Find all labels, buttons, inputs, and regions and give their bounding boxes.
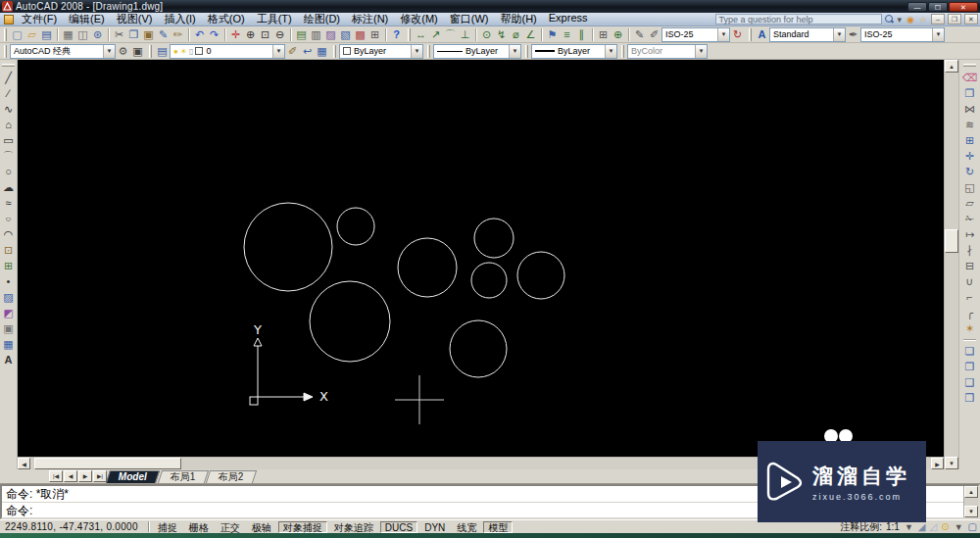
chevron-down-icon[interactable]: ▼ (272, 45, 284, 58)
menu-item[interactable]: 帮助(H) (495, 12, 543, 26)
designcenter-icon[interactable]: ▥ (309, 27, 323, 42)
publish-icon[interactable]: ⊛ (90, 27, 105, 42)
snap-toggle[interactable]: 捕捉 (153, 521, 182, 533)
search-icon[interactable] (885, 15, 894, 24)
layer-on-bulb-icon[interactable] (173, 47, 178, 56)
circle-icon[interactable]: ○ (1, 164, 17, 179)
drawn-circle[interactable] (398, 238, 457, 297)
break-at-point-icon[interactable]: ∤ (962, 242, 978, 258)
chevron-down-icon[interactable]: ▼ (605, 45, 616, 58)
chamfer-icon[interactable]: ⌐ (962, 289, 978, 305)
gradient-icon[interactable]: ◩ (1, 305, 17, 320)
command-scroll-up-icon[interactable]: ▲ (964, 486, 978, 498)
annotation-scale-value[interactable]: 1:1 (886, 521, 900, 532)
table-icon[interactable]: ▦ (1, 336, 17, 352)
drawing-canvas[interactable]: YX (18, 60, 944, 457)
new-icon[interactable]: ▢ (10, 27, 24, 42)
tab-prev-icon[interactable]: ◀ (64, 470, 77, 482)
arc-icon[interactable]: ⌒ (1, 148, 17, 164)
layer-unlock-icon[interactable] (189, 47, 193, 56)
dim-text-edit-icon[interactable]: ✐ (647, 27, 662, 42)
drawn-circle[interactable] (244, 203, 332, 291)
help-search-input[interactable]: Type a question for help (715, 14, 882, 24)
point-icon[interactable]: • (1, 273, 17, 289)
bring-to-front-icon[interactable]: ❏ (962, 343, 978, 359)
drawn-circle[interactable] (474, 219, 514, 258)
favorites-star-icon[interactable] (918, 15, 928, 24)
markup-set-manager-icon[interactable]: ▩ (353, 27, 368, 42)
dim-tolerance-icon[interactable]: ⊞ (596, 27, 611, 42)
clean-screen-icon[interactable] (968, 521, 977, 532)
grid-toggle[interactable]: 栅格 (184, 521, 214, 533)
ellipse-icon[interactable]: ○ (1, 213, 17, 224)
plot-icon[interactable]: ▦ (61, 27, 75, 42)
doc-close-button[interactable]: ✕ (964, 14, 978, 24)
chevron-down-icon[interactable]: ▼ (509, 45, 520, 58)
send-under-objects-icon[interactable]: ❒ (962, 390, 978, 406)
erase-icon[interactable]: ⌫ (962, 70, 978, 85)
dim-update-icon[interactable] (730, 27, 745, 42)
vertical-scrollbar[interactable]: ▲ ▼ (944, 60, 958, 469)
command-scrollbar[interactable]: ▲ ▼ (963, 486, 978, 517)
workspace-settings-icon[interactable] (116, 44, 130, 59)
dim-angular-icon[interactable]: ∠ (523, 27, 538, 42)
chevron-down-icon[interactable]: ▼ (695, 45, 707, 58)
minimize-button[interactable]: — (907, 2, 927, 12)
workspace-select[interactable]: AutoCAD 经典 ▼ (10, 44, 116, 59)
doc-minimize-button[interactable]: – (931, 14, 945, 24)
help-icon[interactable]: ? (389, 27, 404, 42)
menu-item[interactable]: 工具(T) (251, 12, 298, 26)
osnap-toggle[interactable]: 对象捕捉 (278, 521, 327, 533)
save-icon[interactable]: ▤ (39, 27, 54, 42)
drawn-circle[interactable] (450, 320, 507, 377)
scroll-right-icon[interactable]: ▶ (931, 458, 944, 469)
menu-item[interactable]: 修改(M) (394, 12, 444, 26)
menu-item[interactable]: 标注(N) (346, 12, 394, 26)
scroll-up-icon[interactable]: ▲ (945, 60, 958, 73)
rectangle-icon[interactable]: ▭ (1, 132, 17, 148)
drawn-circle[interactable] (517, 252, 564, 299)
doc-restore-button[interactable]: ❐ (948, 14, 961, 24)
toolbar-grip[interactable] (963, 64, 976, 67)
make-block-icon[interactable]: ⊞ (1, 258, 17, 273)
multiline-text-icon[interactable]: A (1, 352, 17, 367)
scale-icon[interactable]: ◱ (962, 179, 978, 195)
dim-baseline-icon[interactable]: ≡ (560, 27, 574, 42)
tab-layout2[interactable]: 布局2 (206, 470, 257, 483)
layer-states-icon[interactable] (315, 44, 329, 59)
properties-icon[interactable]: ▤ (294, 27, 309, 42)
hatch-icon[interactable]: ▨ (1, 289, 17, 305)
annotation-autoscale-icon[interactable] (930, 521, 938, 532)
copy-icon[interactable]: ❐ (126, 27, 141, 42)
otrack-toggle[interactable]: 对象追踪 (329, 521, 378, 533)
toolbar-grip[interactable] (427, 45, 430, 58)
toolbar-grip[interactable] (525, 45, 528, 58)
ortho-toggle[interactable]: 正交 (216, 521, 245, 533)
vertical-scroll-thumb[interactable] (945, 229, 958, 253)
toolbar-grip[interactable] (408, 28, 411, 41)
menu-item[interactable]: 视图(V) (111, 12, 159, 26)
tab-model[interactable]: Model (106, 470, 160, 483)
insert-block-icon[interactable]: ⊡ (1, 242, 17, 258)
offset-icon[interactable]: ≋ (962, 117, 978, 132)
command-scroll-down-icon[interactable]: ▼ (964, 506, 978, 517)
tab-last-icon[interactable]: ▶| (93, 470, 107, 482)
drawing-file-icon[interactable] (4, 15, 14, 24)
polar-toggle[interactable]: 极轴 (247, 521, 276, 533)
zoom-window-icon[interactable]: ⊡ (258, 27, 272, 42)
layer-thaw-sun-icon[interactable] (180, 47, 187, 56)
stretch-icon[interactable]: ▱ (962, 195, 978, 211)
toolbar-grip[interactable] (749, 28, 752, 41)
quickcalc-icon[interactable]: ⊞ (368, 27, 382, 42)
tab-first-icon[interactable]: |◀ (49, 470, 63, 482)
toolbar-grip[interactable] (2, 64, 15, 67)
join-icon[interactable]: ∪ (962, 273, 978, 289)
bring-above-objects-icon[interactable]: ❑ (962, 374, 978, 390)
chevron-down-icon[interactable]: ▼ (833, 28, 845, 41)
sheet-set-manager-icon[interactable]: ▧ (338, 27, 353, 42)
lineweight-toggle[interactable]: 线宽 (452, 521, 481, 533)
dim-quick-icon[interactable]: ⚑ (545, 27, 560, 42)
rotate-icon[interactable]: ↻ (962, 164, 978, 179)
lock-dropdown-icon[interactable]: ▼ (954, 522, 964, 532)
polygon-icon[interactable]: ⌂ (1, 117, 17, 132)
